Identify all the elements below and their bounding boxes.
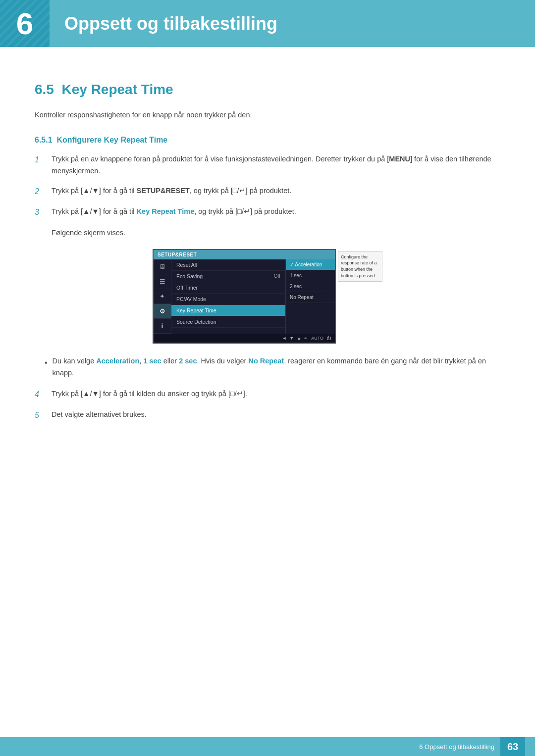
bullet-note-text: Du kan velge Acceleration, 1 sec eller 2… <box>53 355 500 379</box>
footer-btn-left: ◄ <box>282 336 286 341</box>
footer-page-number: 63 <box>500 737 525 756</box>
step-5-text: Det valgte alternativet brukes. <box>52 409 500 421</box>
section-title: 6.5 Key Repeat Time <box>35 82 500 98</box>
step-4-text: Trykk på [▲/▼] for å gå til kilden du øn… <box>52 388 500 400</box>
page-footer: 6 Oppsett og tilbakestilling 63 <box>0 737 535 756</box>
footer-btn-power: ⏻ <box>326 336 331 341</box>
steps-4-5-list: 4 Trykk på [▲/▼] for å gå til kilden du … <box>35 388 500 422</box>
bullet-list: • Du kan velge Acceleration, 1 sec eller… <box>45 355 500 379</box>
step-2-num: 2 <box>35 185 49 198</box>
menu-bar-label: SETUP&RESET <box>154 250 335 259</box>
monitor-screen: SETUP&RESET 🖥 ☰ ✦ ⚙ ℹ Reset All <box>153 249 336 344</box>
step-3: 3 Trykk på [▲/▼] for å gå til Key Repeat… <box>35 206 500 239</box>
main-content: 6.5 Key Repeat Time Kontroller responsha… <box>0 47 535 479</box>
icon-info: ℹ <box>154 319 171 334</box>
icon-lines: ☰ <box>154 274 171 289</box>
step-4-num: 4 <box>35 388 49 401</box>
step-3-subnote: Følgende skjerm vises. <box>52 227 500 239</box>
step-3-text: Trykk på [▲/▼] for å gå til Key Repeat T… <box>52 206 500 218</box>
chapter-title: Oppsett og tilbakestilling <box>50 13 277 34</box>
step-1-num: 1 <box>35 153 49 166</box>
icon-monitor: 🖥 <box>154 259 171 274</box>
step-3-num: 3 <box>35 206 49 219</box>
chapter-number: 6 <box>0 0 50 47</box>
menu-item-reset: Reset All <box>171 259 285 271</box>
submenu-panel: Acceleration 1 sec 2 sec No Repeat <box>285 259 335 334</box>
step-2-text: Trykk på [▲/▼] for å gå til SETUP&RESET,… <box>52 185 500 197</box>
menu-item-keyrepeat: Key Repeat Time <box>171 305 285 316</box>
menu-item-pcav: PC/AV Mode <box>171 294 285 305</box>
footer-btn-enter: ↵ <box>304 336 308 341</box>
steps-list: 1 Trykk på en av knappene foran på produ… <box>35 153 500 239</box>
submenu-2sec: 2 sec <box>286 281 335 292</box>
tooltip-box: Configure the response rate of a button … <box>338 251 382 282</box>
icon-gear-active: ⚙ <box>154 304 171 319</box>
step-1: 1 Trykk på en av knappene foran på produ… <box>35 153 500 177</box>
menu-items-list: Reset All Eco Saving Off Off Timer PC/AV… <box>171 259 285 334</box>
step-5: 5 Det valgte alternativet brukes. <box>35 409 500 422</box>
step-2: 2 Trykk på [▲/▼] for å gå til SETUP&RESE… <box>35 185 500 198</box>
submenu-1sec: 1 sec <box>286 270 335 281</box>
chapter-header: 6 Oppsett og tilbakestilling <box>0 0 535 47</box>
screen-footer: ◄ ▼ ▲ ↵ AUTO ⏻ <box>154 334 335 343</box>
footer-label: 6 Oppsett og tilbakestilling <box>419 743 494 751</box>
bullet-note-item: • Du kan velge Acceleration, 1 sec eller… <box>45 355 500 379</box>
step-4: 4 Trykk på [▲/▼] for å gå til kilden du … <box>35 388 500 401</box>
footer-btn-up: ▲ <box>297 336 301 341</box>
menu-body: 🖥 ☰ ✦ ⚙ ℹ Reset All Eco Saving Off <box>154 259 335 334</box>
menu-item-sourcedetect: Source Detection <box>171 316 285 328</box>
menu-item-offtimer: Off Timer <box>171 282 285 294</box>
bullet-dot: • <box>45 356 48 369</box>
submenu-norepeat: No Repeat <box>286 292 335 303</box>
intro-text: Kontroller responshastigheten for en kna… <box>35 109 500 121</box>
footer-btn-auto: AUTO <box>311 336 323 341</box>
step-1-text: Trykk på en av knappene foran på produkt… <box>52 153 500 177</box>
menu-item-eco: Eco Saving Off <box>171 271 285 282</box>
step-5-num: 5 <box>35 409 49 422</box>
left-icons: 🖥 ☰ ✦ ⚙ ℹ <box>154 259 171 334</box>
subsection-title: 6.5.1 Konfigurere Key Repeat Time <box>35 136 500 145</box>
screen-illustration: SETUP&RESET 🖥 ☰ ✦ ⚙ ℹ Reset All <box>35 249 500 344</box>
submenu-acceleration: Acceleration <box>286 259 335 270</box>
footer-btn-down: ▼ <box>289 336 294 341</box>
icon-settings: ✦ <box>154 289 171 304</box>
